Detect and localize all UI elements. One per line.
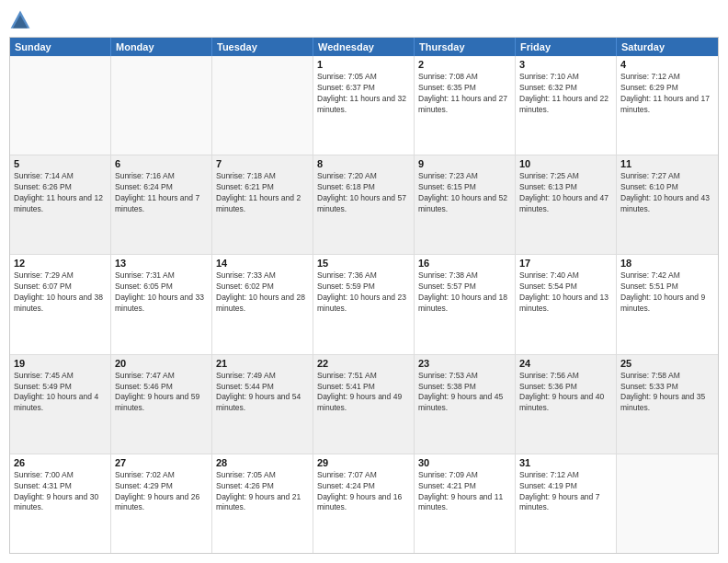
header-cell-monday: Monday (111, 38, 212, 56)
day-info: Sunrise: 7:05 AM Sunset: 6:37 PM Dayligh… (317, 72, 410, 116)
header-cell-tuesday: Tuesday (212, 38, 313, 56)
day-number: 19 (14, 358, 107, 369)
day-info: Sunrise: 7:58 AM Sunset: 5:33 PM Dayligh… (620, 371, 714, 415)
calendar-row: 26Sunrise: 7:00 AM Sunset: 4:31 PM Dayli… (10, 454, 718, 553)
header-cell-sunday: Sunday (10, 38, 111, 56)
calendar: SundayMondayTuesdayWednesdayThursdayFrid… (9, 37, 719, 554)
calendar-body: 1Sunrise: 7:05 AM Sunset: 6:37 PM Daylig… (10, 56, 718, 553)
day-number: 14 (216, 258, 309, 269)
calendar-cell: 30Sunrise: 7:09 AM Sunset: 4:21 PM Dayli… (415, 454, 516, 553)
day-info: Sunrise: 7:27 AM Sunset: 6:10 PM Dayligh… (620, 171, 714, 215)
calendar-cell: 10Sunrise: 7:25 AM Sunset: 6:13 PM Dayli… (516, 155, 617, 254)
header (9, 9, 719, 31)
day-info: Sunrise: 7:16 AM Sunset: 6:24 PM Dayligh… (115, 171, 208, 215)
header-cell-saturday: Saturday (617, 38, 718, 56)
day-number: 29 (317, 457, 410, 468)
day-number: 15 (317, 258, 410, 269)
day-info: Sunrise: 7:42 AM Sunset: 5:51 PM Dayligh… (620, 270, 714, 315)
day-number: 22 (317, 358, 410, 369)
calendar-cell: 13Sunrise: 7:31 AM Sunset: 6:05 PM Dayli… (111, 255, 212, 353)
day-number: 26 (14, 457, 107, 468)
calendar-cell: 2Sunrise: 7:08 AM Sunset: 6:35 PM Daylig… (415, 56, 516, 155)
day-number: 31 (519, 457, 612, 468)
calendar-cell (212, 56, 313, 155)
day-number: 12 (14, 258, 107, 269)
calendar-cell: 27Sunrise: 7:02 AM Sunset: 4:29 PM Dayli… (111, 454, 212, 553)
header-cell-thursday: Thursday (415, 38, 516, 56)
page: SundayMondayTuesdayWednesdayThursdayFrid… (0, 0, 728, 563)
day-number: 24 (519, 358, 612, 369)
header-cell-wednesday: Wednesday (313, 38, 415, 56)
day-number: 8 (317, 158, 410, 169)
day-info: Sunrise: 7:45 AM Sunset: 5:49 PM Dayligh… (14, 371, 107, 415)
day-number: 2 (418, 59, 511, 70)
calendar-cell: 25Sunrise: 7:58 AM Sunset: 5:33 PM Dayli… (617, 355, 718, 454)
day-number: 18 (620, 258, 714, 269)
logo-icon (9, 9, 31, 31)
day-info: Sunrise: 7:29 AM Sunset: 6:07 PM Dayligh… (14, 270, 107, 315)
day-info: Sunrise: 7:25 AM Sunset: 6:13 PM Dayligh… (519, 171, 612, 215)
day-info: Sunrise: 7:12 AM Sunset: 6:29 PM Dayligh… (620, 72, 714, 116)
calendar-cell: 21Sunrise: 7:49 AM Sunset: 5:44 PM Dayli… (212, 355, 313, 454)
calendar-cell (10, 56, 111, 155)
calendar-header: SundayMondayTuesdayWednesdayThursdayFrid… (10, 38, 718, 56)
day-number: 17 (519, 258, 612, 269)
calendar-row: 19Sunrise: 7:45 AM Sunset: 5:49 PM Dayli… (10, 354, 718, 454)
day-info: Sunrise: 7:33 AM Sunset: 6:02 PM Dayligh… (216, 270, 309, 315)
calendar-row: 12Sunrise: 7:29 AM Sunset: 6:07 PM Dayli… (10, 254, 718, 353)
calendar-cell: 16Sunrise: 7:38 AM Sunset: 5:57 PM Dayli… (415, 255, 516, 353)
day-number: 6 (115, 158, 208, 169)
day-info: Sunrise: 7:14 AM Sunset: 6:26 PM Dayligh… (14, 171, 107, 215)
calendar-cell: 14Sunrise: 7:33 AM Sunset: 6:02 PM Dayli… (212, 255, 313, 353)
header-cell-friday: Friday (516, 38, 617, 56)
day-info: Sunrise: 7:07 AM Sunset: 4:24 PM Dayligh… (317, 470, 410, 514)
day-info: Sunrise: 7:00 AM Sunset: 4:31 PM Dayligh… (14, 470, 107, 514)
day-number: 3 (519, 59, 612, 70)
day-number: 28 (216, 457, 309, 468)
calendar-cell: 18Sunrise: 7:42 AM Sunset: 5:51 PM Dayli… (617, 255, 718, 353)
calendar-cell: 3Sunrise: 7:10 AM Sunset: 6:32 PM Daylig… (516, 56, 617, 155)
day-info: Sunrise: 7:47 AM Sunset: 5:46 PM Dayligh… (115, 371, 208, 415)
calendar-cell: 15Sunrise: 7:36 AM Sunset: 5:59 PM Dayli… (313, 255, 415, 353)
calendar-cell: 6Sunrise: 7:16 AM Sunset: 6:24 PM Daylig… (111, 155, 212, 254)
calendar-cell: 4Sunrise: 7:12 AM Sunset: 6:29 PM Daylig… (617, 56, 718, 155)
day-number: 27 (115, 457, 208, 468)
day-number: 20 (115, 358, 208, 369)
day-info: Sunrise: 7:10 AM Sunset: 6:32 PM Dayligh… (519, 72, 612, 116)
day-info: Sunrise: 7:40 AM Sunset: 5:54 PM Dayligh… (519, 270, 612, 315)
day-info: Sunrise: 7:53 AM Sunset: 5:38 PM Dayligh… (418, 371, 511, 415)
calendar-cell: 5Sunrise: 7:14 AM Sunset: 6:26 PM Daylig… (10, 155, 111, 254)
calendar-cell: 8Sunrise: 7:20 AM Sunset: 6:18 PM Daylig… (313, 155, 415, 254)
calendar-cell: 28Sunrise: 7:05 AM Sunset: 4:26 PM Dayli… (212, 454, 313, 553)
day-info: Sunrise: 7:02 AM Sunset: 4:29 PM Dayligh… (115, 470, 208, 514)
calendar-cell: 9Sunrise: 7:23 AM Sunset: 6:15 PM Daylig… (415, 155, 516, 254)
day-number: 16 (418, 258, 511, 269)
day-info: Sunrise: 7:05 AM Sunset: 4:26 PM Dayligh… (216, 470, 309, 514)
calendar-cell: 11Sunrise: 7:27 AM Sunset: 6:10 PM Dayli… (617, 155, 718, 254)
day-info: Sunrise: 7:08 AM Sunset: 6:35 PM Dayligh… (418, 72, 511, 116)
calendar-cell: 24Sunrise: 7:56 AM Sunset: 5:36 PM Dayli… (516, 355, 617, 454)
day-info: Sunrise: 7:12 AM Sunset: 4:19 PM Dayligh… (519, 470, 612, 514)
calendar-cell: 17Sunrise: 7:40 AM Sunset: 5:54 PM Dayli… (516, 255, 617, 353)
day-info: Sunrise: 7:51 AM Sunset: 5:41 PM Dayligh… (317, 371, 410, 415)
day-info: Sunrise: 7:18 AM Sunset: 6:21 PM Dayligh… (216, 171, 309, 215)
calendar-row: 1Sunrise: 7:05 AM Sunset: 6:37 PM Daylig… (10, 56, 718, 155)
calendar-cell: 20Sunrise: 7:47 AM Sunset: 5:46 PM Dayli… (111, 355, 212, 454)
calendar-cell: 23Sunrise: 7:53 AM Sunset: 5:38 PM Dayli… (415, 355, 516, 454)
day-number: 21 (216, 358, 309, 369)
day-info: Sunrise: 7:36 AM Sunset: 5:59 PM Dayligh… (317, 270, 410, 315)
calendar-cell (111, 56, 212, 155)
calendar-cell: 29Sunrise: 7:07 AM Sunset: 4:24 PM Dayli… (313, 454, 415, 553)
day-number: 4 (620, 59, 714, 70)
calendar-row: 5Sunrise: 7:14 AM Sunset: 6:26 PM Daylig… (10, 155, 718, 254)
calendar-cell: 1Sunrise: 7:05 AM Sunset: 6:37 PM Daylig… (313, 56, 415, 155)
calendar-cell: 31Sunrise: 7:12 AM Sunset: 4:19 PM Dayli… (516, 454, 617, 553)
calendar-cell: 12Sunrise: 7:29 AM Sunset: 6:07 PM Dayli… (10, 255, 111, 353)
day-number: 7 (216, 158, 309, 169)
day-number: 9 (418, 158, 511, 169)
logo (9, 9, 35, 31)
calendar-cell: 19Sunrise: 7:45 AM Sunset: 5:49 PM Dayli… (10, 355, 111, 454)
day-number: 1 (317, 59, 410, 70)
day-info: Sunrise: 7:31 AM Sunset: 6:05 PM Dayligh… (115, 270, 208, 315)
day-info: Sunrise: 7:38 AM Sunset: 5:57 PM Dayligh… (418, 270, 511, 315)
